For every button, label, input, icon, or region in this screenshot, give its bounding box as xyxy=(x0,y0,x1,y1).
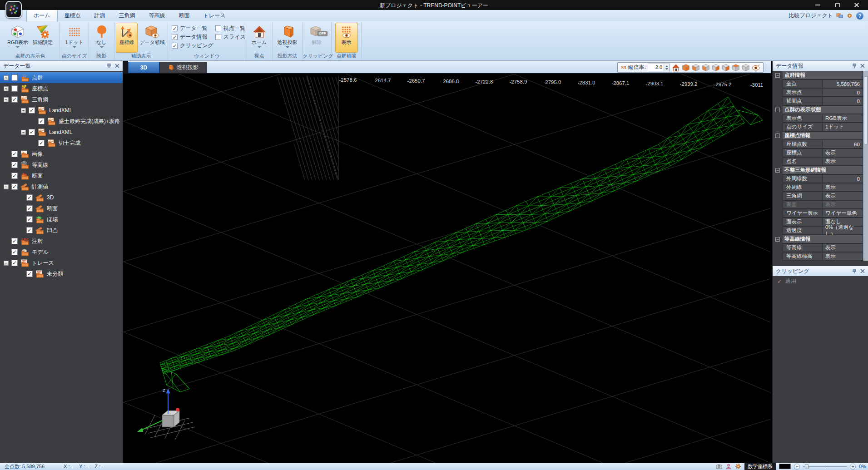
tree-checkbox[interactable]: ✓ xyxy=(38,140,45,146)
close-panel-icon[interactable] xyxy=(860,269,865,273)
view-iso-icon[interactable] xyxy=(682,64,690,72)
tree-item[interactable]: −✓トレース xyxy=(0,257,123,268)
snapshot-icon[interactable] xyxy=(716,463,722,470)
close-panel-icon[interactable] xyxy=(860,64,865,68)
coordinate-lines-button[interactable]: 座標線 xyxy=(116,23,138,53)
pin-icon[interactable] xyxy=(852,63,857,69)
tree-checkbox[interactable]: ✓ xyxy=(26,205,33,212)
tab-3d[interactable]: 3D xyxy=(128,62,159,73)
orbit-user-icon[interactable] xyxy=(725,463,732,470)
collapse-icon[interactable]: − xyxy=(775,168,780,173)
tree-checkbox[interactable]: ✓ xyxy=(38,118,45,124)
close-panel-icon[interactable] xyxy=(115,64,119,68)
tree-item[interactable]: ✓断面 xyxy=(0,170,123,181)
pin-icon[interactable] xyxy=(106,63,112,69)
tree-item[interactable]: ✓モデル xyxy=(0,247,123,257)
ribbon-tab-5[interactable]: 断面 xyxy=(172,10,197,21)
tree-item[interactable]: ✓未分類 xyxy=(0,268,123,279)
window-toggle[interactable]: スライス xyxy=(215,33,246,41)
scrollbar-thumb[interactable] xyxy=(864,76,868,144)
tree-item[interactable]: ✓ほ場 xyxy=(0,214,123,225)
tree-item[interactable]: +点群 xyxy=(0,72,123,83)
view-right-icon[interactable] xyxy=(712,64,720,72)
tree-checkbox[interactable]: ✓ xyxy=(11,96,18,103)
tree-checkbox[interactable]: ✓ xyxy=(11,249,18,255)
view-bottom-icon[interactable] xyxy=(742,64,750,72)
ribbon-tab-1[interactable]: 座標点 xyxy=(58,10,88,21)
tree-item[interactable]: +座標点 xyxy=(0,83,123,94)
detail-settings-button[interactable]: 詳細設定 xyxy=(30,23,55,53)
tree-item[interactable]: ✓等高線 xyxy=(0,159,123,170)
perspective-projection-button[interactable]: 透視投影 xyxy=(274,23,301,53)
tree-checkbox[interactable]: ✓ xyxy=(11,238,18,244)
tree-checkbox[interactable]: ✓ xyxy=(11,173,18,179)
minimize-button[interactable] xyxy=(811,0,824,10)
window-toggle[interactable]: ✓クリッピング xyxy=(172,41,213,50)
tree-checkbox[interactable]: ✓ xyxy=(26,194,33,201)
coordinate-system-button[interactable]: 数学座標系 xyxy=(744,463,776,470)
point-size-button[interactable]: 1ドット xyxy=(62,23,87,53)
expand-icon[interactable]: + xyxy=(4,75,9,80)
collapse-icon[interactable]: − xyxy=(775,108,780,112)
view-top-icon[interactable] xyxy=(732,64,740,72)
interpolation-display-button[interactable]: 表示 xyxy=(335,23,358,53)
window-toggle[interactable]: 視点一覧 xyxy=(215,24,246,33)
rgb-display-button[interactable]: RGB表示 xyxy=(5,23,30,53)
tree-checkbox[interactable]: ✓ xyxy=(26,271,33,277)
window-toggle[interactable]: ✓データ情報 xyxy=(172,33,213,41)
shading-none-button[interactable]: なし xyxy=(89,23,114,53)
tree-checkbox[interactable]: ✓ xyxy=(26,216,33,223)
clipping-apply-button[interactable]: ✓ 適用 xyxy=(773,276,868,286)
slider-thumb[interactable] xyxy=(805,464,808,469)
tree-checkbox[interactable]: ✓ xyxy=(11,183,18,190)
data-region-button[interactable]: データ領域 xyxy=(138,23,166,53)
canvas-3d[interactable]: Z-2578.6-2614.7-2650.7-2686.8-2722.8-275… xyxy=(123,74,771,463)
collapse-icon[interactable]: − xyxy=(4,97,9,102)
tree-checkbox[interactable] xyxy=(11,74,18,81)
ribbon-tab-6[interactable]: トレース xyxy=(197,10,233,21)
ribbon-tab-2[interactable]: 計測 xyxy=(88,10,112,21)
spinner-arrows-icon[interactable] xyxy=(664,64,670,71)
ribbon-tab-0[interactable]: ホーム xyxy=(26,10,58,21)
tree-item[interactable]: −✓三角網 xyxy=(0,94,123,105)
tree-item[interactable]: ✓断面 xyxy=(0,203,123,214)
view-front-icon[interactable] xyxy=(702,64,710,72)
collapse-icon[interactable]: − xyxy=(21,108,26,113)
collapse-icon[interactable]: − xyxy=(775,237,780,242)
tree-checkbox[interactable] xyxy=(11,85,18,92)
view-left-icon[interactable] xyxy=(692,64,700,72)
zoom-in-button[interactable]: + xyxy=(850,464,856,470)
collapse-icon[interactable]: − xyxy=(775,73,780,78)
collapse-icon[interactable]: − xyxy=(4,184,9,189)
maximize-button[interactable] xyxy=(831,0,844,10)
tree-item[interactable]: ✓盛土最終完成(成果)+坂路 xyxy=(0,116,123,127)
app-logo-icon[interactable] xyxy=(5,1,22,18)
tree-checkbox[interactable]: ✓ xyxy=(11,260,18,266)
tree-checkbox[interactable]: ✓ xyxy=(11,151,18,157)
collapse-icon[interactable]: − xyxy=(775,134,780,138)
view-home-icon[interactable] xyxy=(672,64,680,72)
pin-icon[interactable] xyxy=(852,268,857,274)
tree-checkbox[interactable]: ✓ xyxy=(11,162,18,168)
compare-swap-icon[interactable] xyxy=(836,12,843,19)
ribbon-tab-4[interactable]: 等高線 xyxy=(142,10,172,21)
close-button[interactable] xyxy=(850,0,863,10)
tree-item[interactable]: −✓LandXML xyxy=(0,105,123,116)
window-toggle[interactable]: ✓データ一覧 xyxy=(172,24,213,33)
visibility-icon[interactable] xyxy=(752,64,760,72)
view-back-icon[interactable] xyxy=(722,64,730,72)
help-button[interactable]: ? xyxy=(856,12,863,20)
vertical-scale-input[interactable]: 2.0 xyxy=(648,64,670,71)
tree-item[interactable]: −✓LandXML xyxy=(0,127,123,138)
settings-small-icon[interactable] xyxy=(735,463,741,470)
expand-icon[interactable]: + xyxy=(4,86,9,91)
info-scrollbar[interactable] xyxy=(863,71,868,261)
clipping-release-button[interactable]: OFF 解除 xyxy=(305,23,329,53)
tab-perspective[interactable]: 透視投影 xyxy=(159,62,207,73)
zoom-out-button[interactable]: − xyxy=(794,464,800,470)
tree-checkbox[interactable]: ✓ xyxy=(26,227,33,233)
background-color-swatch[interactable] xyxy=(779,464,791,469)
tree-item[interactable]: ✓3D xyxy=(0,192,123,203)
tree-item[interactable]: −✓計測値 xyxy=(0,181,123,192)
view-home-button[interactable]: ホーム xyxy=(247,23,272,53)
